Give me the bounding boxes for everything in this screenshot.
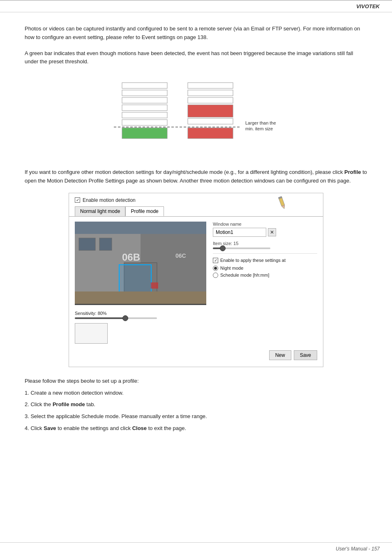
svg-text:06C: 06C (175, 252, 186, 259)
step-4: 4. Click Save to enable the settings and… (25, 424, 367, 433)
svg-rect-30 (75, 291, 206, 304)
step-1: 1. Create a new motion detection window. (25, 389, 367, 398)
pencil-icon (274, 194, 290, 210)
night-mode-label: Night mode (220, 266, 243, 271)
svg-text:06B: 06B (122, 252, 140, 263)
svg-rect-0 (122, 83, 167, 88)
svg-rect-9 (188, 97, 233, 103)
footer-bar: User's Manual - 157 (0, 542, 392, 555)
svg-rect-2 (122, 97, 167, 103)
profile-panel: ✓ Enable motion detection (69, 193, 323, 367)
divider (213, 253, 317, 254)
item-size-slider-track[interactable] (213, 247, 270, 249)
diagram-svg: Larger than the min. item size (89, 74, 303, 157)
panel-header: ✓ Enable motion detection (69, 193, 323, 206)
enable-settings-row: ✓ Enable to apply these settings at (213, 258, 317, 263)
sensitivity-label: Sensitivity: 80% (75, 311, 107, 316)
sensitivity-slider-track[interactable] (75, 317, 157, 319)
schedule-mode-radio[interactable] (213, 273, 218, 278)
sensitivity-slider-thumb[interactable] (122, 315, 128, 321)
extra-boxes-row (75, 323, 206, 344)
step4-mid: to enable the settings and click (56, 425, 132, 431)
left-panel: 06B 06C (75, 222, 206, 344)
camera-preview: 06B 06C (75, 222, 206, 305)
settings-panel: Window name ✕ Item size: 15 (213, 222, 317, 344)
schedule-mode-label: Schedule mode [hh:mm] (220, 273, 269, 278)
pencil-icon-area (274, 194, 290, 212)
svg-rect-24 (79, 238, 95, 250)
profile-panel-container: ✓ Enable motion detection (25, 193, 367, 367)
svg-rect-5 (122, 120, 167, 125)
footer-text: User's Manual - 157 (336, 546, 380, 552)
window-name-input[interactable] (213, 228, 266, 237)
para3-bold: Profile (344, 169, 361, 175)
step4-post: to exit the page. (147, 425, 186, 431)
clear-btn[interactable]: ✕ (268, 228, 276, 236)
svg-text:min. item size: min. item size (245, 126, 273, 131)
step2-pre: 2. Click the (25, 401, 53, 407)
step-3: 3. Select the applicable Schedule mode. … (25, 412, 367, 421)
enable-settings-checkbox[interactable]: ✓ (213, 258, 218, 263)
new-button[interactable]: New (269, 350, 291, 360)
bottom-buttons: New Save (69, 347, 323, 360)
header-bar: VIVOTEK (0, 0, 392, 12)
step2-post: tab. (85, 401, 95, 407)
item-size-row: Item size: 15 (213, 241, 317, 249)
item-size-thumb[interactable] (220, 245, 226, 251)
svg-text:Larger than the: Larger than the (245, 120, 276, 125)
svg-rect-4 (122, 112, 167, 118)
svg-rect-25 (99, 238, 112, 250)
enable-label: Enable motion detection (83, 197, 136, 203)
enable-settings-label: Enable to apply these settings at (220, 258, 286, 263)
svg-rect-3 (122, 105, 167, 111)
steps-intro: Please follow the steps beolw to set up … (25, 377, 367, 386)
tab-normal-light[interactable]: Normal light mode (75, 206, 125, 216)
svg-rect-12 (188, 128, 233, 139)
svg-rect-7 (188, 83, 233, 88)
sensitivity-slider-fill (75, 317, 124, 319)
motion-diagram: Larger than the min. item size (25, 74, 367, 157)
enable-checkbox-row: ✓ Enable motion detection (75, 197, 136, 203)
steps-section: Please follow the steps beolw to set up … (25, 377, 367, 433)
main-content: Photos or videos can be captured instant… (0, 12, 392, 453)
text-input-row: ✕ (213, 228, 317, 237)
window-name-label: Window name (213, 222, 317, 227)
paragraph-2: A green bar indicates that even though m… (25, 49, 367, 67)
svg-rect-1 (122, 90, 167, 96)
brand-label: VIVOTEK (356, 3, 380, 9)
night-mode-radio[interactable] (213, 266, 218, 271)
tab-content-area: 06B 06C (69, 216, 323, 347)
step4-pre: 4. Click (25, 425, 44, 431)
svg-rect-29 (119, 265, 151, 296)
tab-profile-mode[interactable]: Profile mode (125, 206, 164, 216)
page-container: VIVOTEK Photos or videos can be captured… (0, 0, 392, 555)
para3-intro: If you want to configure other motion de… (25, 169, 344, 175)
camera-svg: 06B 06C (75, 222, 206, 304)
svg-rect-31 (151, 282, 158, 289)
step4-bold2: Close (132, 425, 147, 431)
svg-rect-8 (188, 90, 233, 96)
extra-box-1 (75, 323, 108, 344)
night-mode-row: Night mode (213, 266, 317, 271)
svg-rect-6 (122, 128, 167, 139)
svg-rect-11 (188, 118, 233, 124)
paragraph-3: If you want to configure other motion de… (25, 168, 367, 185)
step-2: 2. Click the Profile mode tab. (25, 400, 367, 409)
paragraph-1: Photos or videos can be captured instant… (25, 25, 367, 42)
night-mode-radio-fill (214, 267, 217, 270)
schedule-mode-row: Schedule mode [hh:mm] (213, 273, 317, 278)
save-button[interactable]: Save (294, 350, 317, 360)
window-name-row: Window name ✕ (213, 222, 317, 237)
item-size-label: Item size: 15 (213, 241, 317, 246)
step4-bold1: Save (44, 425, 56, 431)
enable-checkbox[interactable]: ✓ (75, 197, 80, 203)
sensitivity-row: Sensitivity: 80% (75, 308, 206, 319)
svg-rect-10 (188, 105, 233, 117)
step2-bold: Profile mode (53, 401, 85, 407)
